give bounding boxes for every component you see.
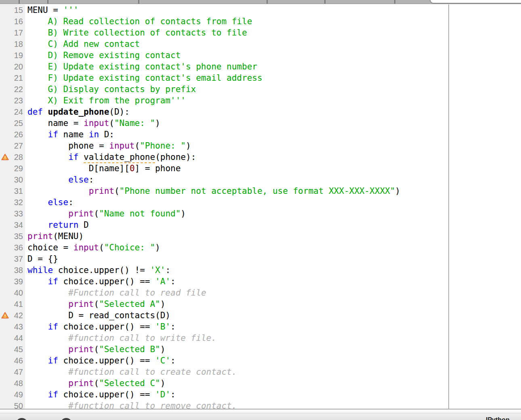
right-empty-pane[interactable] bbox=[449, 4, 521, 409]
code-row[interactable]: 36choice = input("Choice: ") bbox=[0, 242, 448, 253]
code-token bbox=[27, 356, 48, 365]
code-line[interactable]: print("Name not found") bbox=[23, 208, 186, 219]
code-line[interactable]: name = input("Name: ") bbox=[23, 118, 160, 129]
code-token: ) bbox=[160, 344, 166, 354]
code-line[interactable]: G) Display contacts by prefix bbox=[23, 84, 196, 95]
code-line[interactable]: if choice.upper() == 'B': bbox=[23, 321, 176, 332]
code-line[interactable]: A) Read collection of contacts from file bbox=[23, 16, 252, 27]
code-line[interactable]: choice = input("Choice: ") bbox=[23, 242, 160, 253]
code-row[interactable]: 22 G) Display contacts by prefix bbox=[0, 84, 448, 95]
code-row[interactable]: 27 phone = input("Phone: ") bbox=[0, 140, 448, 151]
code-line[interactable]: MENU = ''' bbox=[23, 4, 78, 16]
code-token: phone = bbox=[27, 141, 109, 151]
code-row[interactable]: 34 return D bbox=[0, 219, 448, 231]
code-token: input bbox=[109, 141, 134, 151]
code-line[interactable]: C) Add new contact bbox=[23, 38, 140, 50]
code-row[interactable]: 16 A) Read collection of contacts from f… bbox=[0, 16, 448, 27]
gutter-warning-icon-cell[interactable] bbox=[0, 151, 10, 163]
code-line[interactable]: if name in D: bbox=[23, 129, 114, 140]
code-line[interactable]: while choice.upper() != 'X': bbox=[23, 265, 170, 276]
code-row[interactable]: 38while choice.upper() != 'X': bbox=[0, 265, 448, 276]
console-pane-top[interactable]: IPython bbox=[0, 413, 521, 420]
code-line[interactable]: print("Selected C") bbox=[23, 378, 165, 389]
code-line[interactable]: else: bbox=[23, 197, 74, 208]
code-line[interactable]: D) Remove existing contact bbox=[23, 50, 181, 61]
code-rows[interactable]: 15MENU = '''16 A) Read collection of con… bbox=[0, 4, 448, 409]
code-token bbox=[27, 390, 48, 399]
code-line[interactable]: print(MENU) bbox=[23, 231, 84, 242]
console-tab-label[interactable]: IPython bbox=[486, 416, 510, 420]
code-token: "Selected A" bbox=[99, 299, 160, 309]
code-row[interactable]: 30 else: bbox=[0, 174, 448, 185]
code-line[interactable]: D = {} bbox=[23, 253, 58, 265]
code-token: print bbox=[68, 209, 94, 218]
code-row[interactable]: 45 print("Selected B") bbox=[0, 344, 448, 355]
code-line[interactable]: phone = input("Phone: ") bbox=[23, 140, 191, 151]
code-row[interactable]: 20 E) Update existing contact's phone nu… bbox=[0, 61, 448, 72]
code-line[interactable]: def update_phone(D): bbox=[23, 106, 130, 118]
code-row[interactable]: 26 if name in D: bbox=[0, 129, 448, 140]
code-line[interactable]: if choice.upper() == 'C': bbox=[23, 355, 176, 366]
code-line[interactable]: print("Selected A") bbox=[23, 298, 165, 310]
code-token: : bbox=[89, 175, 94, 185]
code-row[interactable]: 35print(MENU) bbox=[0, 231, 448, 242]
code-row[interactable]: 42 D = read_contacts(D) bbox=[0, 310, 448, 321]
code-line[interactable]: #function call to create contact. bbox=[23, 366, 237, 378]
code-token: "Name: " bbox=[114, 118, 155, 128]
code-row[interactable]: 28 if validate_phone(phone): bbox=[0, 151, 448, 163]
code-row[interactable]: 39 if choice.upper() == 'A': bbox=[0, 276, 448, 287]
line-number: 39 bbox=[10, 276, 23, 287]
code-row[interactable]: 21 F) Update existing contact's email ad… bbox=[0, 72, 448, 84]
code-row[interactable]: 47 #function call to create contact. bbox=[0, 366, 448, 378]
code-row[interactable]: 41 print("Selected A") bbox=[0, 298, 448, 310]
code-line[interactable]: D[name][0] = phone bbox=[23, 163, 181, 174]
line-number: 23 bbox=[10, 95, 23, 106]
line-number: 29 bbox=[10, 163, 23, 174]
code-row[interactable]: 40 #Function call to read file bbox=[0, 287, 448, 298]
code-row[interactable]: 48 print("Selected C") bbox=[0, 378, 448, 389]
code-row[interactable]: 43 if choice.upper() == 'B': bbox=[0, 321, 448, 332]
gutter-warning-icon-cell[interactable] bbox=[0, 310, 10, 321]
code-row[interactable]: 19 D) Remove existing contact bbox=[0, 50, 448, 61]
code-row[interactable]: 31 print("Phone number not acceptable, u… bbox=[0, 185, 448, 197]
code-row[interactable]: 15MENU = ''' bbox=[0, 4, 448, 16]
code-row[interactable]: 18 C) Add new contact bbox=[0, 38, 448, 50]
code-token: (MENU) bbox=[53, 231, 84, 241]
code-row[interactable]: 33 print("Name not found") bbox=[0, 208, 448, 219]
console-icon-2[interactable] bbox=[61, 418, 72, 420]
code-line[interactable]: print("Selected B") bbox=[23, 344, 165, 355]
code-row[interactable]: 23 X) Exit from the program''' bbox=[0, 95, 448, 106]
code-row[interactable]: 32 else: bbox=[0, 197, 448, 208]
code-row[interactable]: 25 name = input("Name: ") bbox=[0, 118, 448, 129]
code-line[interactable]: if choice.upper() == 'D': bbox=[23, 389, 176, 400]
code-row[interactable]: 44 #function call to write file. bbox=[0, 332, 448, 344]
line-number: 36 bbox=[10, 242, 23, 253]
code-token bbox=[27, 378, 68, 388]
code-line[interactable]: return D bbox=[23, 219, 89, 231]
code-line[interactable]: F) Update existing contact's email addre… bbox=[23, 72, 263, 84]
code-row[interactable]: 49 if choice.upper() == 'D': bbox=[0, 389, 448, 400]
code-line[interactable]: print("Phone number not acceptable, use … bbox=[23, 185, 400, 197]
code-editor-pane[interactable]: 15MENU = '''16 A) Read collection of con… bbox=[0, 4, 448, 409]
console-icon-1[interactable] bbox=[16, 418, 27, 420]
code-row[interactable]: 29 D[name][0] = phone bbox=[0, 163, 448, 174]
code-line[interactable]: #function call to write file. bbox=[23, 332, 216, 344]
warning-triangle-icon bbox=[1, 153, 9, 161]
code-line[interactable]: E) Update existing contact's phone numbe… bbox=[23, 61, 257, 72]
code-line[interactable]: #function call to remove contact. bbox=[23, 400, 237, 409]
code-row[interactable]: 37D = {} bbox=[0, 253, 448, 265]
line-number: 41 bbox=[10, 298, 23, 310]
code-line[interactable]: if choice.upper() == 'A': bbox=[23, 276, 176, 287]
code-line[interactable]: D = read_contacts(D) bbox=[23, 310, 170, 321]
code-line[interactable]: else: bbox=[23, 174, 94, 185]
code-line[interactable]: B) Write collection of contacts to file bbox=[23, 27, 247, 38]
code-row[interactable]: 50 #function call to remove contact. bbox=[0, 400, 448, 409]
code-token: ( bbox=[94, 299, 99, 309]
code-line[interactable]: if validate_phone(phone): bbox=[23, 151, 196, 163]
code-line[interactable]: #Function call to read file bbox=[23, 287, 206, 298]
ruler-tick bbox=[324, 0, 326, 4]
code-row[interactable]: 17 B) Write collection of contacts to fi… bbox=[0, 27, 448, 38]
code-row[interactable]: 46 if choice.upper() == 'C': bbox=[0, 355, 448, 366]
code-row[interactable]: 24def update_phone(D): bbox=[0, 106, 448, 118]
code-line[interactable]: X) Exit from the program''' bbox=[23, 95, 186, 106]
